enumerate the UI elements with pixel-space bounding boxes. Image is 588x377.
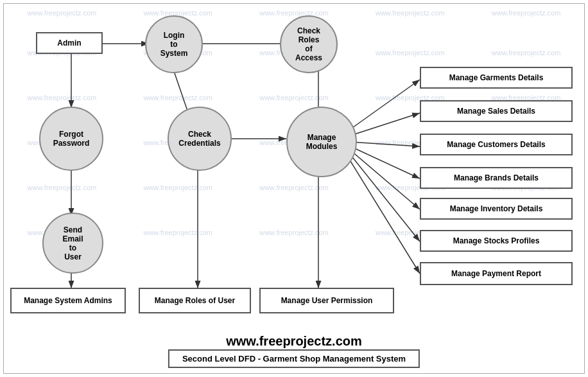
svg-line-17 [350, 161, 420, 274]
forgot-password-node: ForgotPassword [39, 107, 103, 171]
manage-garments-node: Manage Garments Details [420, 67, 573, 89]
manage-payment-node: Manage Payment Report [420, 262, 573, 285]
admin-node: Admin [36, 32, 103, 54]
footer-url: www.freeprojectz.com [4, 334, 584, 349]
svg-line-13 [350, 142, 420, 146]
diagram-container: www.freeprojectz.comwww.freeprojectz.com… [3, 3, 585, 374]
check-credentials-node: CheckCredentials [168, 107, 232, 171]
manage-system-node: Manage System Admins [10, 288, 126, 313]
manage-inventory-node: Manage Inventory Details [420, 198, 573, 220]
svg-line-11 [350, 80, 420, 129]
manage-brands-node: Manage Brands Details [420, 167, 573, 189]
footer-title: Second Level DFD - Garment Shop Manageme… [168, 349, 420, 368]
manage-sales-node: Manage Sales Details [420, 100, 573, 122]
manage-user-permission-node: Manage User Permission [259, 288, 394, 313]
check-roles-node: CheckRolesofAccess [280, 15, 338, 73]
manage-modules-node: ManageModules [286, 107, 357, 177]
login-node: LogintoSystem [145, 15, 203, 73]
manage-roles-node: Manage Roles of User [139, 288, 251, 313]
svg-line-12 [350, 113, 420, 136]
watermark-row-1: www.freeprojectz.comwww.freeprojectz.com… [4, 9, 584, 17]
svg-line-16 [350, 155, 420, 241]
send-email-node: SendEmailtoUser [42, 213, 103, 274]
manage-stocks-node: Manage Stocks Profiles [420, 230, 573, 252]
svg-line-14 [350, 146, 420, 179]
manage-customers-node: Manage Customers Details [420, 134, 573, 155]
svg-line-15 [350, 150, 420, 209]
